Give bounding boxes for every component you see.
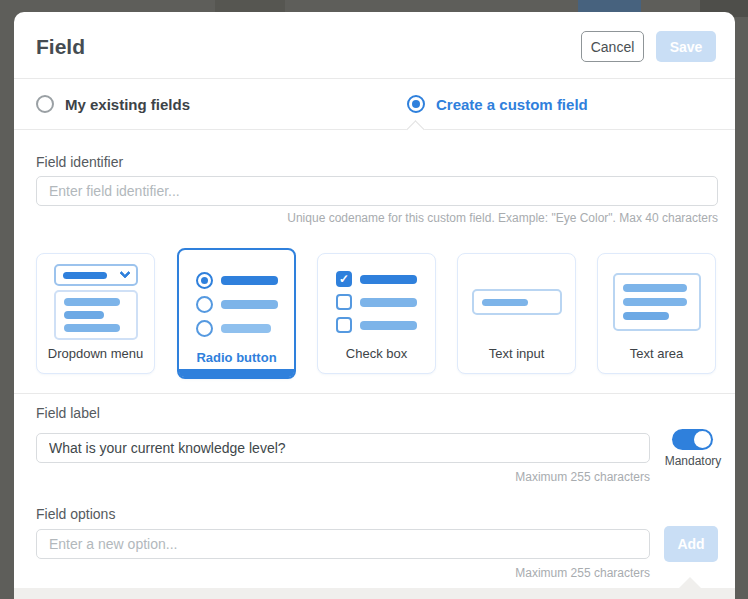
card-text-input[interactable]: Text input (457, 253, 576, 374)
text-input-icon (472, 262, 562, 342)
field-identifier-input[interactable] (36, 176, 718, 206)
options-list-section-edge (14, 588, 735, 599)
field-options-label: Field options (36, 506, 115, 522)
card-label: Check box (346, 346, 407, 361)
card-radio-button[interactable]: Radio button (177, 248, 296, 379)
save-button[interactable]: Save (656, 31, 716, 62)
radio-create-custom-field[interactable]: Create a custom field (407, 78, 588, 130)
text-area-icon (613, 262, 701, 342)
selected-card-indicator (179, 369, 294, 377)
background-artifact (215, 0, 285, 12)
mandatory-toggle[interactable] (672, 429, 713, 450)
cards-divider (14, 393, 735, 394)
field-label-input[interactable] (36, 433, 650, 463)
field-label-label: Field label (36, 405, 100, 421)
card-dropdown-menu[interactable]: Dropdown menu (36, 253, 155, 374)
options-list-caret-up (679, 577, 701, 588)
cancel-button[interactable]: Cancel (581, 31, 644, 62)
dialog-title: Field (36, 35, 85, 59)
mandatory-label: Mandatory (658, 454, 728, 468)
field-label-helper: Maximum 255 characters (350, 470, 650, 484)
radio-button-icon (196, 262, 278, 346)
mode-selector: My existing fields Create a custom field (14, 78, 735, 130)
card-label: Text area (630, 346, 683, 361)
check-box-icon: ✓ (336, 262, 417, 342)
card-label: Text input (489, 346, 545, 361)
radio-selected-icon (407, 95, 425, 113)
radio-label: My existing fields (65, 96, 190, 113)
field-identifier-helper: Unique codename for this custom field. E… (218, 211, 718, 225)
check-icon: ✓ (336, 271, 352, 287)
add-option-button[interactable]: Add (664, 526, 718, 562)
card-text-area[interactable]: Text area (597, 253, 716, 374)
field-dialog: Field Cancel Save My existing fields Cre… (14, 12, 735, 599)
radio-label: Create a custom field (436, 96, 588, 113)
card-check-box[interactable]: ✓ Check box (317, 253, 436, 374)
field-options-helper: Maximum 255 characters (350, 566, 650, 580)
toggle-knob (694, 431, 711, 448)
card-label: Radio button (196, 350, 276, 365)
radio-my-existing-fields[interactable]: My existing fields (36, 78, 190, 130)
radio-unselected-icon (36, 95, 54, 113)
field-type-cards: Dropdown menu Radio button ✓ C (36, 253, 716, 374)
chevron-down-icon (119, 267, 130, 278)
field-identifier-label: Field identifier (36, 154, 123, 170)
dropdown-menu-icon (54, 262, 138, 342)
card-label: Dropdown menu (48, 346, 143, 361)
field-option-input[interactable] (36, 529, 650, 559)
